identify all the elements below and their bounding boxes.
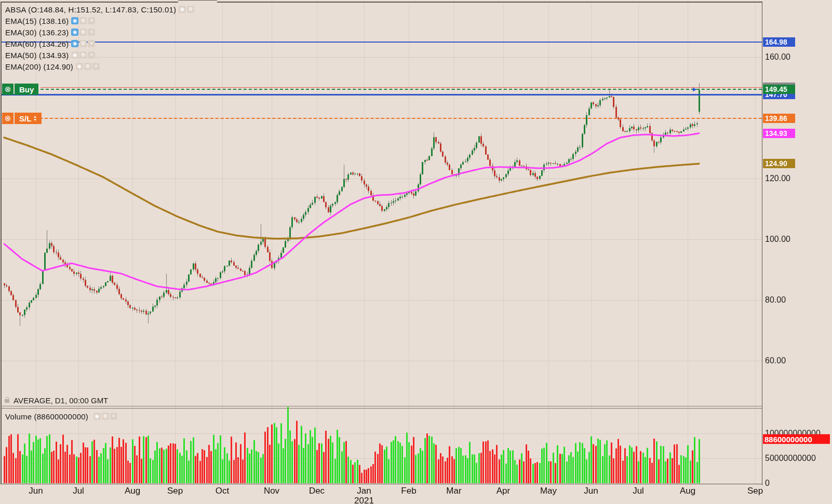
trading-chart: ⊗ Buy ⊗ S/L ▲▼ ▶ ABSA (O:148.84, H:151.5… [0, 0, 832, 504]
month-label: Mar [446, 486, 461, 496]
current-volume-label: 88600000000 [763, 434, 830, 444]
month-label: May [540, 486, 557, 496]
eye-icon[interactable]: ◉ [179, 6, 186, 13]
month-label: Jul [633, 486, 644, 496]
indicator-legend-row: EMA(50) (134.93)◉⚙× [5, 50, 95, 60]
price-volume-canvas[interactable] [0, 0, 832, 504]
gear-icon[interactable]: ⚙ [187, 6, 194, 13]
month-label: Apr [496, 486, 510, 496]
volume-tick-label: 50000000000 [765, 454, 816, 463]
gear-icon[interactable]: ⚙ [102, 413, 109, 420]
month-label: Nov [264, 486, 279, 496]
cancel-stop-loss-icon[interactable]: ⊗ [2, 113, 14, 124]
bottom-border [1, 484, 762, 484]
eye-icon[interactable]: ◉ [71, 51, 78, 59]
month-label: Sep [167, 486, 183, 496]
symbol-legend-row: ABSA (O:148.84, H:151.52, L:147.83, C:15… [5, 4, 194, 15]
cancel-buy-icon[interactable]: ⊗ [2, 84, 14, 95]
pane-separator[interactable] [1, 406, 762, 406]
left-border [1, 2, 2, 484]
gear-icon[interactable]: ⚙ [84, 63, 91, 70]
support-line[interactable] [2, 94, 762, 96]
indicator-label: EMA(60) (134.26) [5, 39, 69, 48]
gear-icon[interactable]: ⚙ [79, 40, 87, 47]
indicator-legend-row: EMA(200) (124.90)◉⚙× [5, 61, 100, 72]
chart-status: AVERAGE, D1, 00:00 GMT [14, 396, 108, 405]
resistance-line[interactable] [2, 42, 762, 43]
price-tick-label: 160.00 [765, 52, 790, 62]
eye-icon[interactable]: ◉ [76, 63, 83, 70]
top-border-left [1, 2, 178, 3]
stop-loss-line[interactable] [39, 118, 762, 119]
indicator-legend-row: EMA(15) (138.16)◉⚙× [5, 16, 95, 26]
price-tick-label: 80.00 [765, 295, 786, 305]
adjust-stop-loss-arrows[interactable]: ▲▼ [33, 115, 37, 121]
buy-order-chip[interactable]: ⊗ Buy [2, 84, 38, 95]
close-icon[interactable]: × [110, 413, 117, 420]
month-label: Jun [584, 486, 598, 496]
month-label: Sep [747, 486, 763, 496]
gear-icon[interactable]: ⚙ [79, 51, 87, 59]
indicator-label: EMA(50) (134.93) [5, 51, 69, 60]
gear-icon[interactable]: ⚙ [79, 17, 87, 24]
price-level-label: 139.86 [763, 114, 795, 123]
indicator-legend-row: EMA(60) (134.26)◉⚙× [5, 38, 95, 49]
month-label: Jun [29, 486, 43, 496]
top-border-right [217, 2, 762, 3]
close-icon[interactable]: × [88, 51, 95, 59]
symbol-ohlc-legend: ABSA (O:148.84, H:151.52, L:147.83, C:15… [5, 5, 176, 14]
stop-loss-label[interactable]: S/L [19, 114, 31, 123]
price-tick-label: 120.00 [765, 174, 790, 183]
month-label: Jan [357, 486, 371, 496]
eye-icon[interactable]: ◉ [93, 413, 101, 420]
eye-icon[interactable]: ◉ [71, 29, 78, 36]
volume-legend-row: Volume (88600000000) ◉⚙× [5, 411, 117, 421]
close-icon[interactable]: × [92, 63, 100, 70]
buy-order-label[interactable]: Buy [15, 84, 38, 95]
indicator-label: EMA(30) (136.23) [5, 28, 69, 37]
price-level-label: 124.90 [763, 159, 795, 168]
year-label: 2021 [354, 496, 374, 504]
eye-icon[interactable]: ◉ [71, 40, 78, 47]
gear-icon[interactable]: ⚙ [79, 29, 87, 36]
month-label: Aug [125, 486, 140, 496]
close-icon[interactable]: × [88, 40, 95, 47]
price-axis-line[interactable] [762, 2, 762, 485]
volume-pane-top [1, 408, 762, 408]
price-level-label: 164.98 [763, 37, 795, 47]
indicator-legend-row: EMA(30) (136.23)◉⚙× [5, 27, 95, 37]
month-label: Oct [216, 486, 229, 496]
price-level-label: 134.93 [763, 129, 795, 138]
volume-tick-label: 0 [765, 479, 770, 488]
volume-legend: Volume (88600000000) [5, 412, 88, 421]
month-label: Feb [401, 486, 416, 496]
close-icon[interactable]: × [88, 17, 95, 24]
price-level-label: 149.45 [763, 85, 795, 94]
buy-order-line[interactable] [41, 89, 762, 90]
buy-marker-icon: ▶ [693, 87, 697, 92]
eye-icon[interactable]: ◉ [71, 17, 78, 24]
stop-loss-chip[interactable]: ⊗ S/L ▲▼ [2, 113, 42, 124]
price-tick-label: 100.00 [765, 235, 790, 244]
month-label: Jul [73, 486, 84, 496]
price-tick-label: 60.00 [765, 356, 786, 365]
close-icon[interactable]: × [88, 29, 95, 36]
lock-icon[interactable] [5, 399, 9, 403]
month-label: Dec [309, 486, 325, 496]
month-label: Aug [680, 486, 695, 496]
top-border-notch [178, 0, 217, 1]
indicator-label: EMA(200) (124.90) [5, 62, 73, 71]
current-price-line [41, 87, 762, 88]
indicator-label: EMA(15) (138.16) [5, 17, 69, 25]
